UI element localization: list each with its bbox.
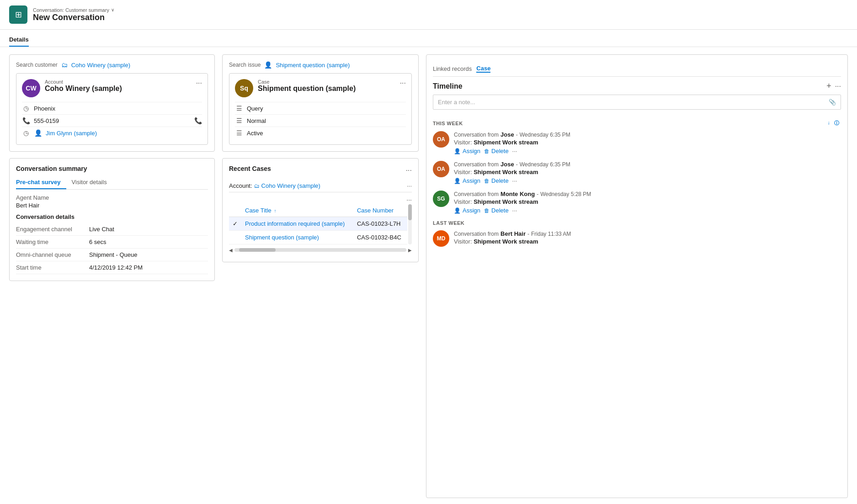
scroll-left-arrow[interactable]: ◀ [229,248,233,253]
issue-card: Search issue 👤 Shipment question (sample… [222,54,419,152]
timeline-more-button[interactable]: ··· [835,82,841,90]
visitor-value-0: Shipment Work stream [474,139,538,146]
linked-records-label: Linked records [433,65,472,72]
account-phone-row: 📞 555-0159 📞 [22,114,202,127]
customer-search-bar: Search customer 🗂 Coho Winery (sample) [16,61,208,69]
assign-button-1[interactable]: 👤 Assign [454,177,480,184]
conv-details-label: Conversation details [16,213,208,220]
detail-label-2: Omni-channel queue [16,251,89,258]
timeline-item-0: OA Conversation from Jose - Wednesday 6:… [433,131,839,154]
search-issue-label: Search issue [229,62,261,68]
item-more-1[interactable]: ··· [512,177,517,184]
conv-time-2: Wednesday 5:28 PM [540,191,591,197]
linked-records-header: Linked records Case [433,61,841,77]
case-type-value: Query [247,105,263,112]
scroll-right-arrow[interactable]: ▶ [408,248,412,253]
col-case-number[interactable]: Case Number [353,204,407,217]
timeline-title: Timeline [433,82,463,90]
header-subtitle: Conversation: Customer summary ∨ [33,7,114,13]
linked-records-tab[interactable]: Case [476,65,490,73]
account-avatar: CW [22,79,40,97]
customer-icon: 🗂 [61,61,68,69]
agent-name-label: Agent Name [16,194,208,201]
scroll-thumb[interactable] [239,248,276,252]
delete-button-0[interactable]: 🗑 Delete [484,148,509,154]
row-title-0[interactable]: Product information required (sample) [241,217,353,231]
recent-cases-more[interactable]: ··· [406,166,412,175]
tab-details[interactable]: Details [9,33,29,47]
scroll-track [234,248,406,252]
account-more-button[interactable]: ··· [196,79,202,87]
timeline-avatar-lw-0: MD [433,230,449,247]
col-check [229,204,241,217]
row-number-1: CAS-01032-B4C [353,231,407,244]
app-header: ⊞ Conversation: Customer summary ∨ New C… [0,0,857,30]
item-more-2[interactable]: ··· [512,207,517,214]
recent-cases-header: Recent Cases ··· [229,165,412,176]
table-row[interactable]: Shipment question (sample) CAS-01032-B4C [229,231,407,244]
recent-cases-card: Recent Cases ··· Account: 🗂 Coho Winery … [222,158,419,262]
case-name-area: Case Shipment question (sample) [258,79,400,93]
row-check-1 [229,231,241,244]
delete-icon-1: 🗑 [484,178,490,184]
assign-button-0[interactable]: 👤 Assign [454,148,480,154]
delete-button-2[interactable]: 🗑 Delete [484,207,509,214]
detail-row-2: Omni-channel queue Shipment - Queue [16,249,208,261]
timeline-add-button[interactable]: + [826,81,831,91]
account-filter-link[interactable]: Coho Winery (sample) [261,182,320,189]
delete-button-1[interactable]: 🗑 Delete [484,177,509,184]
visitor-value-2: Shipment Work stream [474,198,538,205]
timeline-item-2: SG Conversation from Monte Kong - Wednes… [433,191,839,214]
last-week-label: LAST WEEK [433,220,839,226]
cases-table: Case Title ↑ Case Number ✓ Product infor… [229,204,407,244]
assign-icon-2: 👤 [454,207,461,214]
note-input-area[interactable]: Enter a note... 📎 [433,95,841,110]
issue-search-link[interactable]: Shipment question (sample) [276,62,350,69]
account-filter-bar: Account: 🗂 Coho Winery (sample) ··· [229,180,412,192]
detail-row-1: Waiting time 6 secs [16,236,208,249]
case-priority-row: ☰ Normal [235,114,406,127]
item-more-0[interactable]: ··· [512,148,517,154]
this-week-label: THIS WEEK ↓ ⓘ [433,120,839,127]
column-options[interactable]: ··· [406,196,412,203]
timeline-row1-1: Conversation from Jose - Wednesday 6:35 … [454,161,839,168]
agent-name-value: Bert Hair [16,202,208,209]
row-title-1[interactable]: Shipment question (sample) [241,231,353,244]
contact-link[interactable]: Jim Glynn (sample) [46,130,97,137]
recent-cases-title: Recent Cases [229,165,271,172]
delete-label-2: Delete [491,207,509,214]
conv-prefix-lw-0: Conversation from [454,231,499,237]
case-status-value: Active [247,130,263,137]
timeline-content-lw-0: Conversation from Bert Hair - Friday 11:… [454,230,839,247]
conv-author-lw-0: Bert Hair [500,230,526,237]
visitor-value-1: Shipment Work stream [474,169,538,175]
visitor-value-lw-0: Shipment Work stream [474,238,538,245]
left-column: Search customer 🗂 Coho Winery (sample) C… [9,54,215,498]
chevron-down-icon[interactable]: ∨ [111,7,114,12]
phone-action-icon[interactable]: 📞 [194,117,202,124]
tab-visitor-details[interactable]: Visitor details [66,176,112,189]
phone-value: 555-0159 [34,117,59,124]
right-column: Linked records Case Timeline + ··· Enter… [426,54,848,498]
case-card: Sq Case Shipment question (sample) ··· ☰… [229,73,412,145]
conv-time-1: Wednesday 6:35 PM [520,161,570,168]
timeline-avatar-2: SG [433,191,449,207]
table-row[interactable]: ✓ Product information required (sample) … [229,217,407,231]
assign-button-2[interactable]: 👤 Assign [454,207,480,214]
account-filter-more[interactable]: ··· [407,182,412,189]
case-more-button[interactable]: ··· [400,79,406,87]
info-icon[interactable]: ⓘ [834,120,840,127]
tab-pre-chat[interactable]: Pre-chat survey [16,176,66,189]
case-status-icon: ☰ [235,129,243,137]
sort-down-icon[interactable]: ↓ [828,120,830,127]
case-status-row: ☰ Active [235,127,406,139]
city-value: Phoenix [34,105,55,112]
assign-label-1: Assign [463,177,480,184]
col-case-title[interactable]: Case Title ↑ [241,204,353,217]
case-label: Case [258,79,400,85]
case-type-icon: ☰ [235,105,243,112]
case-priority-value: Normal [247,117,266,124]
assign-icon-1: 👤 [454,178,461,184]
paperclip-icon[interactable]: 📎 [829,99,836,106]
customer-search-link[interactable]: Coho Winery (sample) [71,62,130,69]
